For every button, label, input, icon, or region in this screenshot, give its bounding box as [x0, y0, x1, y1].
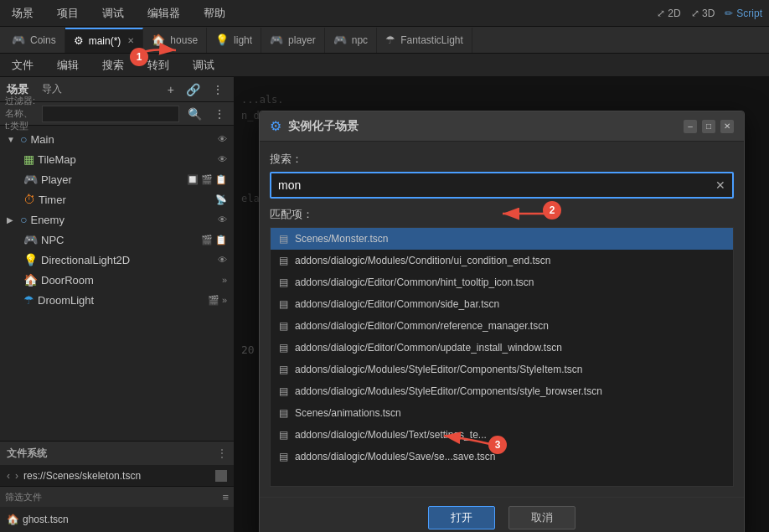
- sec-menu-edit[interactable]: 编辑: [52, 56, 84, 75]
- match-path-8: Scenes/animations.tscn: [295, 407, 401, 419]
- coins-tab-icon: 🎮: [12, 34, 25, 46]
- scene-panel-actions: + 🔗 ⋮: [164, 81, 227, 98]
- menu-scene[interactable]: 场景: [7, 3, 39, 24]
- cancel-btn[interactable]: 取消: [508, 506, 575, 529]
- badge-player-3[interactable]: 📋: [215, 174, 227, 185]
- menu-debug[interactable]: 调试: [97, 3, 129, 24]
- badge-timer-signal[interactable]: 📡: [215, 194, 227, 205]
- tree-item-enemy[interactable]: ▶ ○ Enemy 👁: [0, 209, 234, 230]
- eye-icon-tilemap[interactable]: 👁: [218, 154, 227, 164]
- tree-item-timer[interactable]: ⏱ Timer 📡: [0, 189, 234, 209]
- file-path-bar: ‹ › res://Scenes/skeleton.tscn: [0, 465, 234, 487]
- secondary-toolbar: 文件 编辑 搜索 转到 调试: [0, 54, 769, 77]
- modal-minimize-btn[interactable]: –: [684, 120, 697, 133]
- match-item-0[interactable]: ▤ Scenes/Monster.tscn: [271, 228, 733, 250]
- match-item-6[interactable]: ▤ addons/dialogic/Modules/StyleEditor/Co…: [271, 359, 733, 380]
- node-icon-doorroom: 🏠: [23, 273, 38, 287]
- menu-editor[interactable]: 编辑器: [142, 3, 185, 24]
- badge-player-2[interactable]: 🎬: [201, 174, 213, 185]
- eye-icon-dirlight[interactable]: 👁: [218, 255, 227, 265]
- eye-icon-enemy[interactable]: 👁: [218, 214, 227, 225]
- link-btn[interactable]: 🔗: [183, 81, 204, 98]
- open-btn[interactable]: 打开: [428, 506, 495, 529]
- search-input[interactable]: [278, 178, 715, 192]
- tab-main[interactable]: ⚙ main(*) ✕: [65, 28, 144, 53]
- filter-settings-icon[interactable]: ⋮: [210, 106, 229, 122]
- nav-forward-btn[interactable]: ›: [15, 470, 18, 482]
- more-options-btn[interactable]: ⋮: [209, 81, 227, 98]
- match-item-2[interactable]: ▤ addons/dialogic/Editor/Common/hint_too…: [271, 271, 733, 293]
- tab-close-btn[interactable]: ✕: [127, 36, 134, 45]
- match-item-7[interactable]: ▤ addons/dialogic/Modules/StyleEditor/Co…: [271, 380, 733, 402]
- btn-2d[interactable]: ⤢ 2D: [657, 8, 681, 19]
- node-icon-droomlight: ☂: [23, 293, 34, 307]
- tab-light[interactable]: 💡 light: [207, 28, 261, 53]
- tab-player[interactable]: 🎮 player: [261, 28, 325, 53]
- modal-titlebar: ⚙ 实例化子场景 – □ ✕: [260, 111, 744, 142]
- right-panel: ...als. n_da elap 20 ∨ func _enemy_spawn…: [235, 77, 769, 532]
- top-menubar: 场景 项目 调试 编辑器 帮助 ⤢ 2D ⤢ 3D ✏ Script: [0, 0, 769, 27]
- match-item-4[interactable]: ▤ addons/dialogic/Editor/Common/referenc…: [271, 315, 733, 337]
- tree-arrow-main: ▼: [7, 135, 17, 144]
- match-item-5[interactable]: ▤ addons/dialogic/Editor/Common/update_i…: [271, 337, 733, 359]
- sec-menu-file[interactable]: 文件: [7, 56, 39, 75]
- sec-menu-search[interactable]: 搜索: [97, 56, 129, 75]
- badge-droomlight-1[interactable]: 🎬: [208, 295, 219, 306]
- match-item-3[interactable]: ▤ addons/dialogic/Editor/Common/side_bar…: [271, 293, 733, 315]
- btn-script[interactable]: ✏ Script: [725, 8, 762, 19]
- modal-title-icon: ⚙: [270, 118, 281, 134]
- badge-droomlight-arr[interactable]: »: [222, 295, 227, 306]
- menu-help[interactable]: 帮助: [199, 3, 230, 24]
- tree-badges-doorroom: »: [222, 275, 227, 285]
- badge-doorroom-arr[interactable]: »: [222, 275, 227, 285]
- import-btn[interactable]: 导入: [42, 82, 62, 96]
- match-path-3: addons/dialogic/Editor/Common/side_bar.t…: [295, 298, 499, 310]
- tab-fantasticlight[interactable]: ☂ FantasticLight: [377, 28, 472, 53]
- modal-close-btn[interactable]: ✕: [720, 120, 734, 133]
- modal-title-text: 实例化子场景: [288, 119, 684, 134]
- tree-item-doorroom[interactable]: 🏠 DoorRoom »: [0, 270, 234, 290]
- tree-label-doorroom: DoorRoom: [41, 274, 219, 287]
- btn-3d[interactable]: ⤢ 3D: [691, 8, 715, 19]
- match-item-9[interactable]: ▤ addons/dialogic/Modules/Text/settings_…: [271, 424, 733, 446]
- badge-player-1[interactable]: 🔲: [187, 174, 199, 185]
- match-item-10[interactable]: ▤ addons/dialogic/Modules/Save/se...save…: [271, 446, 733, 467]
- add-node-btn[interactable]: +: [164, 81, 178, 98]
- tree-item-droomlight[interactable]: ☂ DroomLight 🎬 »: [0, 290, 234, 310]
- search-input-row: ✕: [270, 172, 734, 199]
- tab-coins[interactable]: 🎮 Coins: [3, 28, 65, 53]
- tree-item-dirlight[interactable]: 💡 DirectionalLight2D 👁: [0, 250, 234, 270]
- tree-label-droomlight: DroomLight: [38, 294, 204, 307]
- match-label: 匹配项：: [270, 207, 734, 222]
- match-path-1: addons/dialogic/Modules/Condition/ui_con…: [295, 255, 551, 266]
- sec-menu-goto[interactable]: 转到: [142, 56, 174, 75]
- top-right-tools: ⤢ 2D ⤢ 3D ✏ Script: [657, 8, 762, 19]
- tree-item-player[interactable]: 🎮 Player 🔲 🎬 📋: [0, 169, 234, 189]
- file-thumbnail[interactable]: [215, 470, 227, 482]
- filter-search-icon[interactable]: 🔍: [184, 106, 205, 122]
- tree-item-main[interactable]: ▼ ○ Main 👁: [0, 129, 234, 149]
- tree-item-npc[interactable]: 🎮 NPC 🎬 📋: [0, 230, 234, 250]
- file-item-ghost[interactable]: 🏠 ghost.tscn: [7, 514, 69, 525]
- tree-item-tilemap[interactable]: ▦ TileMap 👁: [0, 149, 234, 169]
- match-item-8[interactable]: ▤ Scenes/animations.tscn: [271, 402, 733, 424]
- file-system-more[interactable]: ⋮: [217, 447, 227, 459]
- tree-label-npc: NPC: [41, 234, 198, 246]
- badge-npc-1[interactable]: 🎬: [201, 235, 213, 245]
- filter-input[interactable]: [42, 106, 179, 122]
- nav-back-btn[interactable]: ‹: [7, 470, 10, 482]
- filter-sort-icon[interactable]: ≡: [222, 491, 229, 504]
- match-item-1[interactable]: ▤ addons/dialogic/Modules/Condition/ui_c…: [271, 250, 733, 271]
- menu-project[interactable]: 项目: [52, 3, 84, 24]
- tab-house[interactable]: 🏠 house: [143, 28, 207, 53]
- search-clear-btn[interactable]: ✕: [715, 178, 725, 192]
- eye-icon-main[interactable]: 👁: [218, 134, 227, 144]
- sec-menu-debug[interactable]: 调试: [188, 56, 219, 75]
- tree-label-enemy: Enemy: [30, 214, 214, 226]
- modal-maximize-btn[interactable]: □: [702, 120, 715, 133]
- tree-badges-player: 🔲 🎬 📋: [187, 174, 227, 185]
- match-path-2: addons/dialogic/Editor/Common/hint_toolt…: [295, 276, 534, 288]
- tab-npc[interactable]: 🎮 npc: [325, 28, 377, 53]
- badge-npc-2[interactable]: 📋: [215, 235, 227, 245]
- match-icon-5: ▤: [279, 342, 288, 354]
